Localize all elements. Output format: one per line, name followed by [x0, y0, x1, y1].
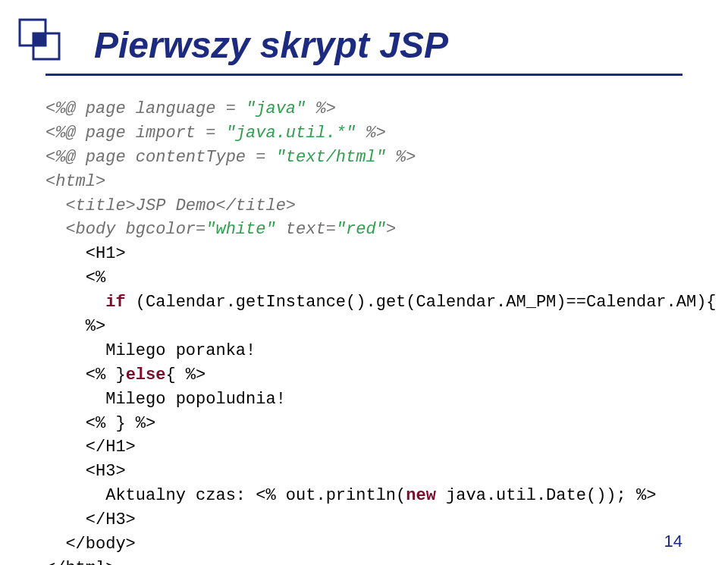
- code-line: <%@ page contentType = "text/html" %>: [46, 148, 416, 167]
- title-divider: [46, 74, 682, 76]
- title-wrap: Pierwszy skrypt JSP: [94, 24, 682, 66]
- slide: Pierwszy skrypt JSP <%@ page language = …: [0, 0, 728, 565]
- code-line: Milego popoludnia!: [46, 390, 286, 409]
- code-block: <%@ page language = "java" %> <%@ page i…: [46, 97, 682, 565]
- code-line: </H1>: [46, 438, 136, 457]
- page-number: 14: [664, 532, 682, 551]
- code-line: Aktualny czas: <% out.println(new java.u…: [46, 486, 656, 505]
- code-line: <%@ page import = "java.util.*" %>: [46, 124, 386, 143]
- code-line: </body>: [46, 535, 136, 554]
- code-line: <% }else{ %>: [46, 366, 206, 385]
- svg-rect-2: [33, 33, 46, 46]
- code-line: <H1>: [46, 244, 126, 263]
- code-line: </html>: [46, 559, 115, 565]
- code-line: if (Calendar.getInstance().get(Calendar.…: [46, 293, 717, 312]
- code-line: Milego poranka!: [46, 341, 256, 360]
- code-line: <title>JSP Demo</title>: [46, 196, 296, 215]
- code-line: <%: [46, 268, 105, 287]
- code-line: <body bgcolor="white" text="red">: [46, 220, 396, 239]
- code-line: <html>: [46, 172, 105, 191]
- logo-icon: [15, 15, 64, 64]
- code-line: <%@ page language = "java" %>: [46, 99, 336, 118]
- code-line: <% } %>: [46, 414, 155, 433]
- code-line: %>: [46, 317, 105, 336]
- slide-title: Pierwszy skrypt JSP: [94, 24, 682, 66]
- code-line: <H3>: [46, 462, 126, 481]
- code-line: </H3>: [46, 510, 136, 529]
